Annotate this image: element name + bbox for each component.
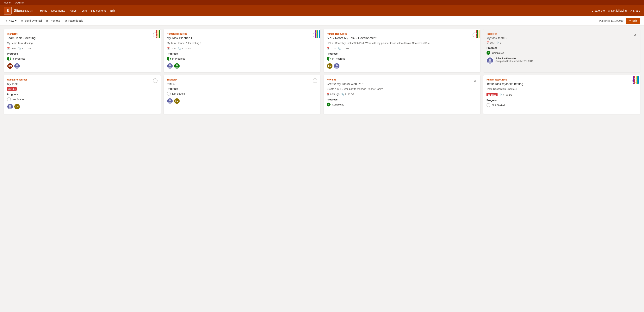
avatar — [174, 63, 180, 69]
task-card-card4[interactable]: ↺ TeamsRH My task teste35 📅10/3📎3 Progre… — [484, 29, 640, 72]
progress-status: In Progress — [327, 57, 477, 61]
svg-point-3 — [168, 67, 172, 69]
site-header: S Sitenanuvem Home Documents Pages Teste… — [0, 5, 644, 16]
svg-point-7 — [335, 67, 338, 69]
task-card-card2[interactable]: Human Resources My Task Planner 1 My Tas… — [164, 29, 320, 72]
card-description: My Team Task Meeting — [7, 41, 158, 45]
card-description: Create a SPFx web part to manage Planner… — [327, 87, 477, 91]
date-meta: 📅10/3 — [486, 41, 494, 44]
nav-teste[interactable]: Teste — [80, 9, 87, 12]
top-nav-addlink[interactable]: Add link — [15, 1, 24, 4]
date-meta: 📅11/30 — [327, 47, 336, 50]
complete-button[interactable] — [153, 78, 158, 83]
progress-label: Progress — [486, 46, 637, 49]
toolbar-right: Published 11/17/2019 ✏ Edit — [599, 18, 640, 24]
clip-icon: 📎 — [500, 93, 502, 96]
progress-label: Progress — [7, 52, 158, 55]
checklist-icon: ☑ — [25, 47, 27, 50]
card-meta: 📅11/27📎2☑0/2 — [7, 47, 158, 50]
card-group[interactable]: Human Resources — [486, 78, 637, 81]
clip-icon: 📎 — [18, 47, 21, 50]
card-title: My task — [7, 82, 158, 86]
progress-text: Completed — [492, 51, 504, 54]
avatars: LM — [7, 104, 158, 110]
settings-icon: ⚙ — [65, 19, 67, 22]
card-group[interactable]: TeamsRH — [486, 32, 637, 35]
completed-user: João José Mendes Completed task on Octob… — [486, 57, 637, 64]
progress-label: Progress — [167, 52, 317, 55]
nav-home[interactable]: Home — [40, 9, 47, 12]
checks-meta: ☑1/3 — [506, 93, 512, 96]
top-navigation: Home Add link — [0, 0, 644, 5]
card-title: Create My Tasks Web Part — [327, 82, 477, 86]
complete-button[interactable] — [313, 78, 317, 83]
card-group[interactable]: New Site — [327, 78, 477, 81]
card-meta: 📅11/30📎1☑0/2 — [327, 47, 477, 50]
task-card-card1[interactable]: TeamsRH Team Task - Meeting My Team Task… — [4, 29, 160, 72]
complete-button[interactable] — [472, 32, 477, 37]
progress-status: ✓ Completed — [327, 103, 477, 106]
task-card-card7[interactable]: ↺ New Site Create My Tasks Web Part Crea… — [324, 75, 480, 114]
checks-meta: ☑0/2 — [345, 47, 351, 50]
progress-status: In Progress — [167, 57, 317, 61]
card-group[interactable]: TeamsRH — [167, 78, 317, 81]
task-card-card8[interactable]: Human Resources Teste Task mytasks testi… — [484, 75, 640, 114]
main-content: TeamsRH Team Task - Meeting My Team Task… — [0, 25, 644, 118]
avatars: LM — [327, 63, 477, 69]
toolbar: + New ▾ ✉ Send by email ▶ Promote ⚙ Page… — [0, 16, 644, 25]
published-label: Published 11/17/2019 — [599, 19, 624, 22]
task-card-card5[interactable]: Human Resources My task 📅10/4 Progress N… — [4, 75, 160, 114]
progress-label: Progress — [7, 93, 158, 96]
complete-button[interactable] — [632, 78, 637, 83]
task-card-card6[interactable]: TeamsRH task 5 Progress Not Started LM — [164, 75, 320, 114]
share-icon: ↗ — [630, 9, 632, 12]
user-avatar — [486, 57, 494, 64]
send-by-email-button[interactable]: ✉ Send by email — [19, 18, 44, 23]
site-logo[interactable]: S — [4, 7, 12, 14]
card-meta: 📅11/29📎4☑2/4 — [167, 47, 317, 50]
share-btn[interactable]: ↗ Share — [630, 9, 640, 12]
svg-point-5 — [175, 67, 179, 69]
new-button[interactable]: + New ▾ — [4, 18, 18, 23]
date-badge: 📅10/4 — [7, 87, 17, 91]
svg-point-8 — [489, 58, 491, 61]
not-following-btn[interactable]: ☆ Not following — [608, 9, 626, 12]
completed-user-info: João José Mendes Completed task on Octob… — [496, 57, 533, 62]
create-site-btn[interactable]: + Create site — [589, 9, 605, 12]
calendar-icon: 📅 — [486, 41, 490, 44]
nav-documents[interactable]: Documents — [51, 9, 65, 12]
card-title: SPFx React My Task - Development — [327, 36, 477, 40]
card-group[interactable]: Human Resources — [327, 32, 477, 35]
card-group[interactable]: Human Resources — [7, 78, 158, 81]
avatar — [7, 104, 13, 110]
promote-button[interactable]: ▶ Promote — [44, 18, 62, 23]
nav-edit[interactable]: Edit — [110, 9, 115, 12]
nav-site-contents[interactable]: Site contents — [91, 9, 106, 12]
task-card-card3[interactable]: Human Resources SPFx React My Task - Dev… — [324, 29, 480, 72]
calendar-icon: 📅 — [8, 88, 11, 90]
progress-status: ✓ Completed — [486, 51, 637, 55]
complete-button[interactable] — [153, 32, 158, 37]
completed-user-name: João José Mendes — [496, 57, 533, 60]
top-nav-home[interactable]: Home — [4, 1, 11, 4]
card-group[interactable]: TeamsRH — [7, 32, 158, 35]
page-details-button[interactable]: ⚙ Page details — [63, 18, 85, 23]
chat-meta: 💬 — [336, 93, 340, 96]
status-icon: ✓ — [486, 51, 490, 55]
refresh-button[interactable]: ↺ — [632, 32, 637, 37]
clip-icon: 📎 — [178, 47, 181, 50]
avatars — [167, 63, 317, 69]
progress-status: In Progress — [7, 57, 158, 61]
calendar-icon: 📅 — [7, 47, 10, 50]
avatars: LM — [167, 98, 317, 104]
clip-icon: 📎 — [496, 41, 499, 44]
edit-button[interactable]: ✏ Edit — [626, 18, 640, 24]
avatar: RM — [7, 63, 13, 69]
nav-pages[interactable]: Pages — [69, 9, 76, 12]
card-title: My Task Planner 1 — [167, 36, 317, 40]
card-group[interactable]: Human Resources — [167, 32, 317, 35]
date-meta: 📅11/27 — [7, 47, 16, 50]
complete-button[interactable] — [313, 32, 317, 37]
refresh-button[interactable]: ↺ — [472, 78, 477, 83]
checklist-icon: ☑ — [345, 47, 347, 50]
